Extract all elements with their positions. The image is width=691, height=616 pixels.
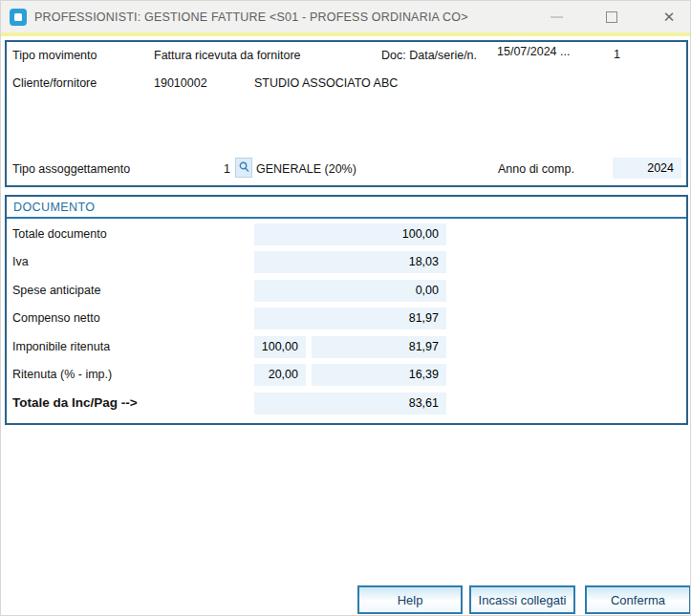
app-icon: [10, 9, 27, 26]
minimize-icon: [551, 16, 563, 18]
row-field-imponibile-ritenuta-1[interactable]: 100,00: [254, 336, 306, 358]
dialog-window: PROFESSIONISTI: GESTIONE FATTURE <S01 - …: [0, 0, 691, 616]
conferma-button[interactable]: Conferma: [585, 585, 691, 614]
documento-section-title: DOCUMENTO: [7, 197, 686, 219]
assoggettamento-lookup-button[interactable]: [235, 158, 252, 178]
maximize-button[interactable]: [593, 1, 631, 32]
row-label-totale-da-inc-pag: Totale da Inc/Pag -->: [12, 395, 138, 410]
row-label-imponibile-ritenuta: Imponibile ritenuta: [12, 340, 110, 353]
row-field-totale-documento[interactable]: 100,00: [254, 223, 446, 245]
cliente-code-value: 19010002: [154, 76, 207, 90]
row-field-ritenuta-1[interactable]: 20,00: [254, 364, 306, 386]
close-button[interactable]: ✕: [650, 1, 688, 32]
row-field-totale-da-inc-pag[interactable]: 83,61: [254, 393, 446, 414]
title-bar: PROFESSIONISTI: GESTIONE FATTURE <S01 - …: [1, 1, 690, 32]
tipo-movimento-label: Tipo movimento: [12, 49, 97, 62]
incassi-collegati-button[interactable]: Incassi collegati: [469, 585, 575, 614]
close-icon: ✕: [663, 10, 676, 24]
row-field-iva[interactable]: 18,03: [254, 251, 446, 273]
help-button[interactable]: Help: [357, 585, 463, 614]
window-controls: ✕: [537, 1, 690, 32]
search-icon: [239, 159, 249, 177]
row-label-totale-documento: Totale documento: [12, 227, 107, 241]
row-label-ritenuta: Ritenuta (% - imp.): [12, 368, 112, 381]
tipo-movimento-value: Fattura ricevuta da fornitore: [154, 49, 301, 62]
doc-date-field[interactable]: 15/07/2024 ...: [497, 45, 570, 58]
doc-data-serie-label: Doc: Data/serie/n.: [381, 49, 477, 62]
row-field-ritenuta-2[interactable]: 16,39: [312, 364, 446, 386]
cliente-fornitore-label: Cliente/fornitore: [12, 76, 97, 90]
anno-di-comp-field[interactable]: 2024: [613, 158, 681, 179]
row-label-compenso-netto: Compenso netto: [12, 311, 100, 325]
row-label-iva: Iva: [12, 255, 29, 268]
doc-number-field[interactable]: 1: [614, 48, 620, 61]
row-field-spese-anticipate[interactable]: 0,00: [254, 280, 446, 302]
row-field-imponibile-ritenuta-2[interactable]: 81,97: [312, 336, 446, 358]
cliente-name-value: STUDIO ASSOCIATO ABC: [254, 76, 398, 90]
tipo-assoggettamento-label: Tipo assoggettamento: [12, 162, 130, 176]
row-field-compenso-netto[interactable]: 81,97: [254, 308, 446, 329]
app-icon-inner: [14, 13, 22, 21]
yellow-accent-line: [1, 32, 690, 36]
row-label-spese-anticipate: Spese anticipate: [12, 284, 100, 297]
minimize-button[interactable]: [537, 1, 575, 32]
assoggettamento-desc-value: GENERALE (20%): [256, 162, 356, 176]
maximize-icon: [606, 11, 617, 23]
assoggettamento-code-field[interactable]: 1: [217, 162, 230, 176]
anno-di-comp-label: Anno di comp.: [498, 162, 574, 176]
window-title: PROFESSIONISTI: GESTIONE FATTURE <S01 - …: [34, 11, 468, 24]
